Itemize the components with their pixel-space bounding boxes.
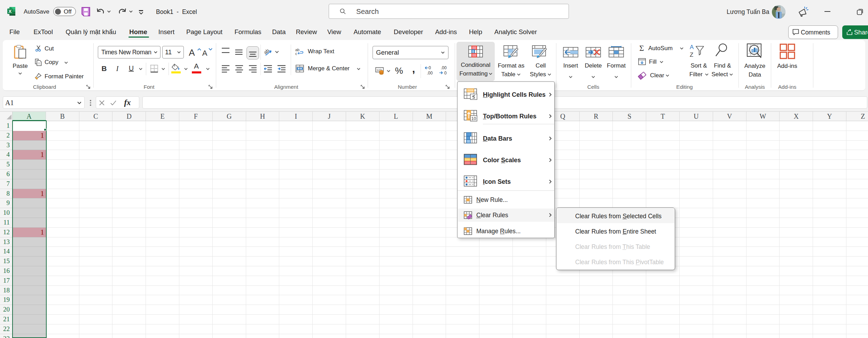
svg-text:ab: ab: [263, 47, 270, 55]
svg-text:Z: Z: [690, 52, 693, 58]
svg-text:0: 0: [444, 71, 447, 76]
svg-text:X: X: [8, 9, 11, 14]
svg-text:c: c: [295, 52, 297, 56]
svg-text:.00: .00: [427, 71, 433, 76]
svg-text:.00: .00: [441, 65, 447, 70]
svg-text:A: A: [690, 44, 694, 50]
svg-text:0: 0: [429, 65, 431, 70]
svg-text:10: 10: [471, 116, 476, 121]
